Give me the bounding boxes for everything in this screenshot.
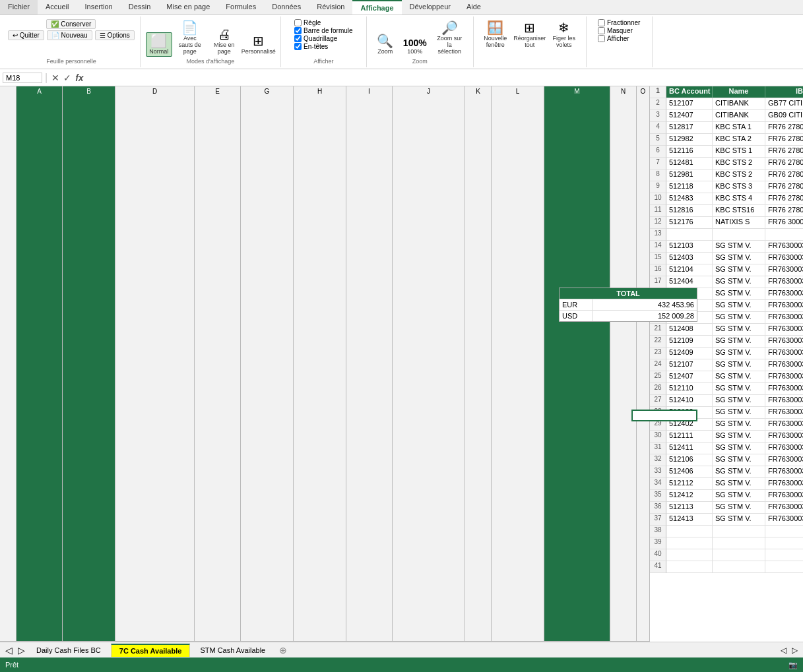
list-item[interactable]: GB77 CITI 185 [765,98,803,110]
list-item[interactable]: SG STM V. [713,300,765,312]
list-item[interactable]: CITIBANK [713,110,765,122]
list-item[interactable]: SG STM V. [713,276,765,288]
table-row[interactable]: 41 [650,561,803,573]
list-item[interactable]: 512407 [666,110,713,122]
list-item[interactable]: 512403 [666,253,713,264]
list-item[interactable]: FR763000304 [765,324,803,336]
list-item[interactable]: 512404 [666,276,713,288]
col-G[interactable]: G [241,86,294,642]
list-item[interactable]: 512413 [666,514,713,526]
table-row[interactable]: 33512406SG STM V.FR763000304USD1 553.321… [650,466,803,478]
list-item[interactable]: 512112 [666,478,713,490]
table-row[interactable]: 23512409SG STM V.FR763000304USD5 948.105… [650,348,803,359]
list-item[interactable]: 512109 [666,336,713,348]
btn-normal[interactable]: ⬜ Normal [146,32,172,57]
table-row[interactable]: 12512176NATIXIS SFR76 3000 7948 166.7948… [650,217,803,229]
table-row[interactable]: 30512111SG STM V.FR76300030431 250.0731 … [650,431,803,443]
list-item[interactable]: FR763000304 [765,395,803,407]
table-row[interactable]: 21512408SG STM V.FR763000304USD-45.21-45… [650,324,803,336]
list-item[interactable]: 512817 [666,122,713,134]
list-item[interactable]: 512409 [666,348,713,359]
btn-conserver[interactable]: ✅ Conserver [46,19,96,29]
list-item[interactable]: FR763000304 [765,419,803,431]
list-item[interactable]: FR76 2780 04 [765,193,803,205]
list-item[interactable]: FR763000304 [765,300,803,312]
table-row[interactable]: 31512411SG STM V.FR763000304USD4 728.094… [650,443,803,454]
list-item[interactable]: SG STM V. [713,371,765,383]
list-item[interactable]: SG STM V. [713,466,765,478]
list-item[interactable]: FR76 2780 04 [765,134,803,146]
list-item[interactable]: 512483 [666,193,713,205]
list-item[interactable] [666,549,713,561]
col-D[interactable]: D [115,86,195,642]
list-item[interactable]: FR763000304 [765,253,803,264]
list-item[interactable]: KBC STA 2 [713,134,765,146]
table-row[interactable]: 3512407CITIBANKGB09 CITI 185USD659.98659… [650,110,803,122]
list-item[interactable]: FR763000304 [765,443,803,454]
list-item[interactable]: SG STM V. [713,407,765,419]
table-row[interactable]: 32512106SG STM V.FR76300030440 930.0740 … [650,454,803,466]
list-item[interactable]: 512106 [666,454,713,466]
list-item[interactable]: FR76 2780 04 [765,146,803,158]
table-row[interactable]: 37512413SG STM V.FR763000304USD1 035.301… [650,514,803,526]
cell-ref-input[interactable] [3,73,42,83]
list-item[interactable]: FR76 3000 79 [765,217,803,229]
table-row[interactable]: 25512407SG STM V.FR763000304USD46 939.23… [650,371,803,383]
list-item[interactable]: KBC STS16 [713,205,765,217]
table-row[interactable]: 6512116KBC STS 1FR76 2780 04482.39482.39… [650,146,803,158]
table-row[interactable]: 34512112SG STM V.FR76300030426 071.8126 … [650,478,803,490]
list-item[interactable] [666,526,713,537]
col-H[interactable]: H [294,86,346,642]
list-item[interactable]: 512107 [666,98,713,110]
tab-stm-cash[interactable]: STM Cash Available [191,644,274,656]
list-item[interactable]: 512116 [666,146,713,158]
list-item[interactable]: 512411 [666,443,713,454]
list-item[interactable]: SG STM V. [713,359,765,371]
list-item[interactable]: FR763000304 [765,466,803,478]
tab-dessin[interactable]: Dessin [121,0,159,15]
list-item[interactable] [666,537,713,549]
list-item[interactable]: FR76 2780 04 [765,205,803,217]
list-item[interactable]: SG STM V. [713,288,765,300]
list-item[interactable]: SG STM V. [713,264,765,276]
scroll-left[interactable]: ◁ [778,646,789,655]
grid-wrapper[interactable]: A B D E G H I J K L M N O [0,86,803,642]
tab-nav-right[interactable]: ▷ [15,645,28,656]
list-item[interactable]: KBC STS 1 [713,146,765,158]
btn-options[interactable]: ☰ Options [95,30,135,40]
list-item[interactable]: FR763000304 [765,348,803,359]
list-item[interactable]: FR763000304 [765,241,803,253]
list-item[interactable]: FR763000304 [765,312,803,324]
list-item[interactable]: 512406 [666,466,713,478]
list-item[interactable]: SG STM V. [713,454,765,466]
table-row[interactable]: 7512481KBC STS 2FR76 2780 04USD1 688.191… [650,158,803,169]
btn-nouvelle-fenetre[interactable]: 🪟 Nouvelle fenêtre [479,19,512,50]
tab-fichier[interactable]: Fichier [0,0,38,15]
col-B[interactable]: B [63,86,115,642]
btn-reorganiser[interactable]: ⊞ Réorganiser tout [513,19,546,50]
cancel-icon[interactable]: ✕ [50,73,61,83]
list-item[interactable]: FR763000304 [765,359,803,371]
list-item[interactable]: 512481 [666,158,713,169]
list-item[interactable] [713,561,765,573]
table-row[interactable]: 17512404SG STM V.FR763000304USD36 166.42… [650,276,803,288]
table-row[interactable]: 40 [650,549,803,561]
tab-daily-cash[interactable]: Daily Cash Files BC [28,644,110,656]
table-row[interactable]: 16512104SG STM V.FR7630003047 768.367 76… [650,264,803,276]
col-I[interactable]: I [346,86,393,642]
tab-affichage[interactable]: Affichage [352,0,401,15]
checkbox-barre-formule[interactable]: Barre de formule [294,27,352,34]
list-item[interactable]: 512111 [666,431,713,443]
tab-donnees[interactable]: Données [264,0,309,15]
list-item[interactable]: SG STM V. [713,348,765,359]
table-row[interactable]: 13 [650,229,803,241]
table-row[interactable]: 15512403SG STM V.FR763000304USD1 399.111… [650,253,803,264]
col-J[interactable]: J [393,86,465,642]
tab-aide[interactable]: Aide [459,0,489,15]
list-item[interactable] [666,229,713,241]
list-item[interactable]: SG STM V. [713,336,765,348]
list-item[interactable]: SG STM V. [713,443,765,454]
fx-icon[interactable]: fx [74,73,84,83]
list-item[interactable]: SG STM V. [713,490,765,502]
list-item[interactable]: FR763000304 [765,276,803,288]
